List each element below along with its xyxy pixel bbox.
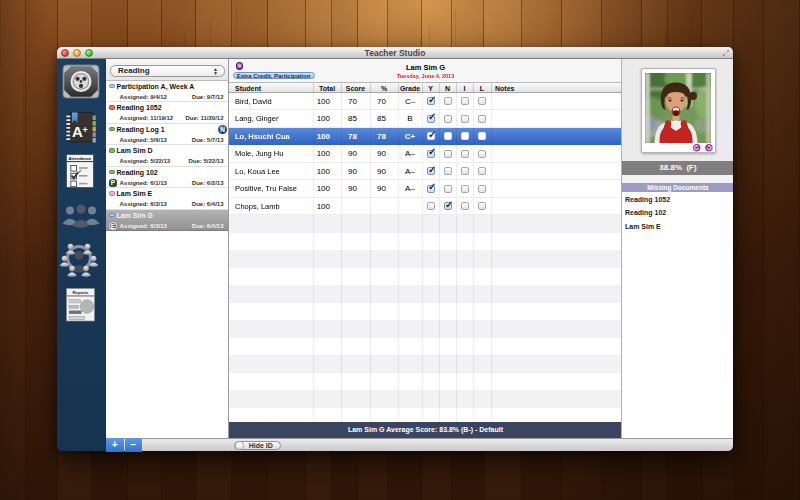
svg-text:A: A [72,123,83,140]
svg-text:Reports: Reports [73,290,89,295]
svg-text:+: + [83,124,88,134]
svg-text:Attendance: Attendance [69,155,92,160]
